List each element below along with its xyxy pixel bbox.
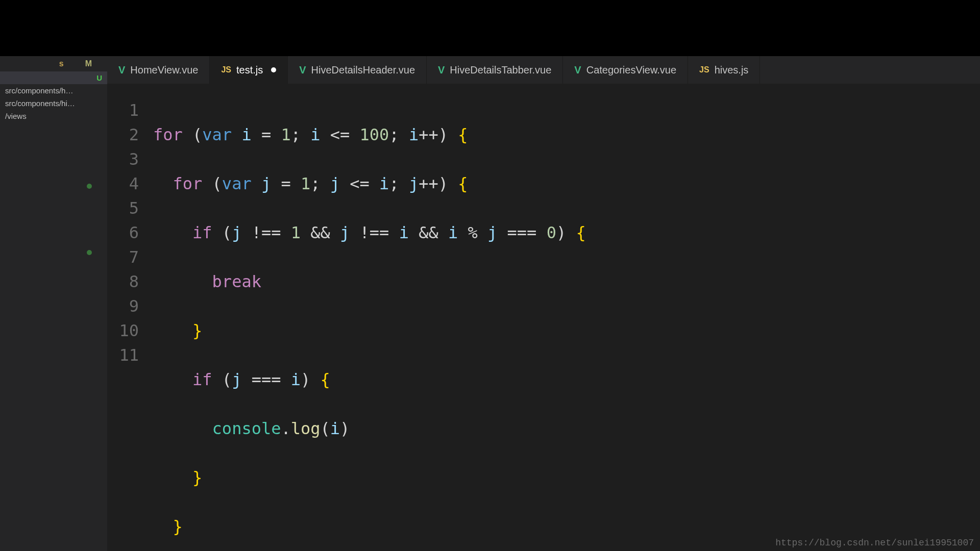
line-number: 11 [107, 343, 153, 367]
code-line: } [153, 514, 980, 539]
tab-label: HiveDetailsHeader.vue [311, 64, 415, 76]
tab-bar: V HomeView.vue JS test.js V HiveDetailsH… [107, 56, 980, 84]
code-line: for (var j = 1; j <= i; j++) { [153, 171, 980, 196]
js-icon: JS [699, 65, 709, 74]
change-indicator-icon [87, 184, 92, 189]
code-line: if (j !== 1 && j !== i && i % j === 0) { [153, 220, 980, 245]
tab-categoriesview[interactable]: V CategoriesView.vue [563, 56, 688, 84]
js-icon: JS [221, 65, 231, 74]
line-number: 9 [107, 294, 153, 318]
line-number: 1 [107, 98, 153, 122]
line-number: 10 [107, 318, 153, 343]
sidebar-row-label: src/components/h… [5, 86, 73, 95]
vue-icon: V [118, 64, 125, 76]
col-m: M [85, 59, 93, 68]
line-number: 3 [107, 147, 153, 171]
tab-hivedetailstabber[interactable]: V HiveDetailsTabber.vue [427, 56, 563, 84]
change-indicator-icon [87, 250, 92, 255]
col-s: s [59, 59, 65, 68]
tab-hivesjs[interactable]: JS hives.js [688, 56, 760, 84]
code-line: break [153, 269, 980, 294]
sidebar-row[interactable]: /views [0, 110, 107, 122]
tab-label: test.js [236, 64, 263, 76]
code-line: if (j === i) { [153, 367, 980, 392]
editor-window: s M U src/components/h… src/components/h… [0, 56, 980, 551]
tab-hivedetailsheader[interactable]: V HiveDetailsHeader.vue [288, 56, 427, 84]
line-number: 5 [107, 196, 153, 220]
dirty-indicator-icon [271, 67, 276, 72]
tab-testjs[interactable]: JS test.js [210, 56, 288, 84]
line-number-gutter: 1 2 3 4 5 6 7 8 9 10 11 [107, 84, 153, 551]
vue-icon: V [574, 64, 581, 76]
code-content[interactable]: for (var i = 1; i <= 100; i++) { for (va… [153, 84, 980, 551]
line-number: 6 [107, 220, 153, 245]
scm-sidebar: s M U src/components/h… src/components/h… [0, 56, 107, 551]
sidebar-row[interactable]: src/components/h… [0, 84, 107, 97]
line-number: 4 [107, 171, 153, 196]
code-line: console.log(i) [153, 416, 980, 441]
vue-icon: V [438, 64, 445, 76]
vue-icon: V [299, 64, 306, 76]
code-editor[interactable]: 1 2 3 4 5 6 7 8 9 10 11 for (var i = 1; … [107, 56, 980, 551]
tab-label: HiveDetailsTabber.vue [450, 64, 551, 76]
sidebar-row-label: /views [5, 112, 27, 120]
tab-label: hives.js [715, 64, 749, 76]
git-status-badge: U [92, 73, 102, 82]
sidebar-header: s M [0, 56, 107, 71]
sidebar-row[interactable]: U [0, 71, 107, 84]
line-number: 2 [107, 122, 153, 147]
tab-label: CategoriesView.vue [586, 64, 676, 76]
tab-label: HomeView.vue [130, 64, 198, 76]
code-line: } [153, 465, 980, 490]
sidebar-row[interactable]: src/components/hi… [0, 97, 107, 110]
code-line: for (var i = 1; i <= 100; i++) { [153, 122, 980, 147]
sidebar-row-label: src/components/hi… [5, 99, 75, 108]
line-number: 7 [107, 245, 153, 269]
watermark: https://blog.csdn.net/sunlei19951007 [775, 538, 974, 548]
line-number: 8 [107, 269, 153, 294]
code-line: } [153, 318, 980, 343]
tab-homeview[interactable]: V HomeView.vue [107, 56, 210, 84]
